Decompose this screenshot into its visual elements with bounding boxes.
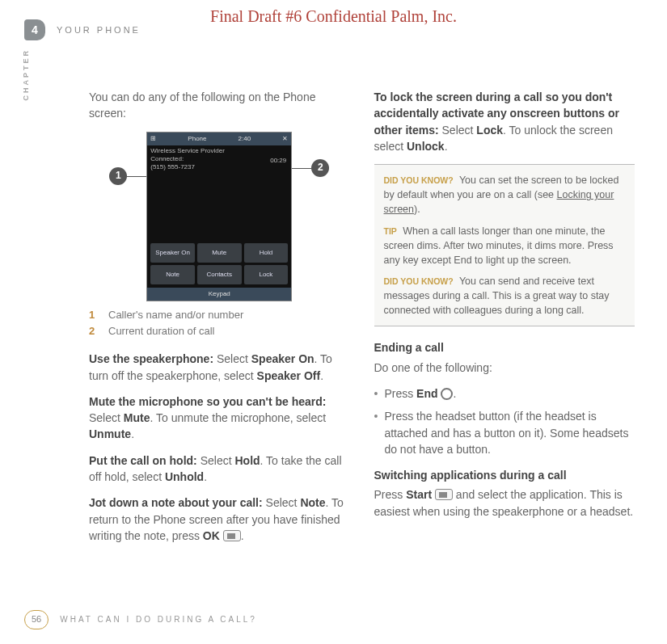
close-icon: ✕ xyxy=(282,134,288,144)
phone-btn-contacts: Contacts xyxy=(197,265,242,284)
ending-list: •Press End . •Press the headset button (… xyxy=(374,385,635,457)
phone-bottom-bar: Keypad xyxy=(147,288,291,301)
heading-ending: Ending a call xyxy=(374,339,635,356)
callout-1: 1 xyxy=(109,167,127,185)
end-button-icon xyxy=(441,388,453,400)
ending-item-1: •Press End . xyxy=(374,385,635,402)
figure-legend: 1 Caller's name and/or number 2 Current … xyxy=(89,308,350,340)
bullet-icon: • xyxy=(374,408,378,457)
left-column: You can do any of the following on the P… xyxy=(89,89,350,596)
para-note: Jot down a note about your call: Select … xyxy=(89,495,350,544)
ending-item-2: •Press the headset button (if the headse… xyxy=(374,408,635,457)
phone-status: Connected: xyxy=(150,155,288,163)
phone-provider: Wireless Service Provider xyxy=(150,147,288,155)
phone-screenshot: ⊞ Phone 2:40 ✕ Wireless Service Provider… xyxy=(146,132,292,301)
callout-2-line xyxy=(289,168,311,169)
callout-2: 2 xyxy=(311,159,329,177)
tip-box: DID YOU KNOW? You can set the screen to … xyxy=(374,164,635,326)
para-speakerphone: Use the speakerphone: Select Speaker On.… xyxy=(89,351,350,384)
phone-btn-hold: Hold xyxy=(244,243,289,263)
legend-num-1: 1 xyxy=(89,308,100,323)
ending-intro: Do one of the following: xyxy=(374,360,635,376)
phone-btn-mute: Mute xyxy=(197,243,242,263)
ok-key-icon xyxy=(223,530,241,541)
legend-text-1: Caller's name and/or number xyxy=(108,308,243,323)
footer: 56 WHAT CAN I DO DURING A CALL? xyxy=(24,610,643,629)
legend-row-2: 2 Current duration of call xyxy=(89,324,350,339)
content-area: You can do any of the following on the P… xyxy=(89,89,635,596)
chapter-side-label: CHAPTER xyxy=(21,48,32,101)
tip-tip1: TIP When a call lasts longer than one mi… xyxy=(384,224,626,267)
switch-text: Press Start and select the application. … xyxy=(374,486,635,520)
page-number: 56 xyxy=(24,610,49,629)
phone-timer: 00:29 xyxy=(270,157,286,165)
chapter-number-badge: 4 xyxy=(24,19,45,40)
para-lock: To lock the screen during a call so you … xyxy=(374,89,635,154)
chapter-title: YOUR PHONE xyxy=(57,24,141,37)
para-mute: Mute the microphone so you can't be hear… xyxy=(89,394,350,443)
footer-text: WHAT CAN I DO DURING A CALL? xyxy=(60,614,257,626)
start-key-icon xyxy=(435,489,453,500)
intro-text: You can do any of the following on the P… xyxy=(89,89,350,122)
phone-clock: 2:40 xyxy=(239,134,251,144)
lead-speakerphone: Use the speakerphone: xyxy=(89,352,213,365)
phone-btn-speaker: Speaker On xyxy=(150,243,195,263)
tip-dy1: DID YOU KNOW? You can set the screen to … xyxy=(384,173,626,217)
phone-number: (515) 555-7237 xyxy=(150,163,288,171)
phone-app-title: Phone xyxy=(188,134,206,144)
bullet-icon: • xyxy=(374,385,378,402)
para-hold: Put the call on hold: Select Hold. To ta… xyxy=(89,452,350,486)
phone-btn-note: Note xyxy=(150,265,195,284)
legend-text-2: Current duration of call xyxy=(108,324,215,339)
tip-dy2: DID YOU KNOW? You can send and receive t… xyxy=(384,274,626,318)
phone-topbar: ⊞ Phone 2:40 ✕ xyxy=(147,133,291,145)
legend-num-2: 2 xyxy=(89,324,100,339)
heading-switch: Switching applications during a call xyxy=(374,467,635,483)
phone-btn-lock: Lock xyxy=(244,265,289,284)
start-icon: ⊞ xyxy=(150,134,156,144)
phone-figure: 1 2 ⊞ Phone 2:40 ✕ Wireless Service Prov… xyxy=(146,132,292,301)
right-column: To lock the screen during a call so you … xyxy=(374,89,635,596)
phone-info: Wireless Service Provider Connected: (51… xyxy=(147,145,291,174)
legend-row-1: 1 Caller's name and/or number xyxy=(89,308,350,323)
phone-button-grid: Speaker On Mute Hold Note Contacts Lock xyxy=(147,240,291,287)
